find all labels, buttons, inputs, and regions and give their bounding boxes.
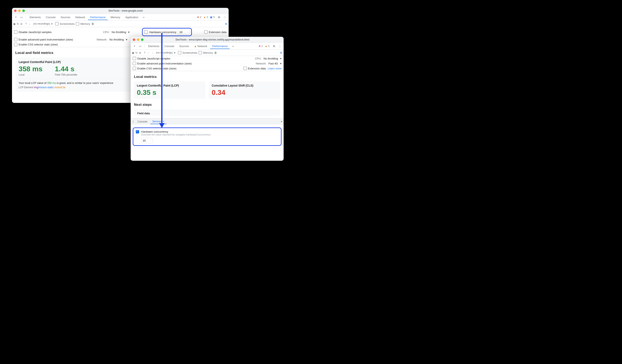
paint-label: Enable advanced paint instrumentation (s… [137, 62, 192, 65]
error-badge[interactable]: ⊗1 [259, 45, 263, 48]
maximize-icon[interactable] [141, 38, 143, 41]
learn-more-link[interactable]: Learn more [268, 67, 282, 70]
gear-icon[interactable]: ⚙ [272, 44, 277, 49]
inspect-icon[interactable]: ⌖ [13, 15, 18, 20]
ext-checkbox[interactable] [244, 67, 247, 70]
disable-js-label: Disable JavaScript samples [19, 31, 52, 34]
screenshots-checkbox[interactable] [55, 22, 58, 25]
tab-elements[interactable]: Elements [146, 43, 161, 49]
screenshots-label: Screenshots [183, 51, 197, 54]
tab-performance[interactable]: Performance [88, 15, 107, 20]
ext-label: Extension data [209, 31, 227, 34]
disable-js-checkbox[interactable] [14, 30, 17, 34]
next-steps-heading: Next steps [134, 103, 280, 107]
trash-icon[interactable]: 🗑 [214, 51, 217, 54]
chevron-down-icon[interactable]: ▾ [280, 57, 282, 60]
maximize-icon[interactable] [22, 10, 25, 12]
tab-console[interactable]: Console [162, 43, 176, 49]
settings-gear-icon[interactable]: ⚙ [280, 51, 282, 54]
clear-icon[interactable]: ⊘ [139, 51, 141, 54]
local-metrics-heading: Local metrics [134, 75, 280, 79]
record-icon[interactable]: ◉ [13, 22, 16, 25]
close-icon[interactable] [133, 38, 135, 41]
memory-label: Memory [203, 51, 213, 54]
gear-icon[interactable]: ⚙ [217, 15, 222, 20]
more-tabs-icon[interactable]: » [231, 44, 235, 49]
tab-application[interactable]: Application [123, 15, 140, 20]
network-select[interactable]: No throttling [109, 38, 124, 41]
tab-elements[interactable]: Elements [27, 15, 43, 20]
settings-gear-icon[interactable]: ⚙ [225, 22, 227, 25]
upload-icon[interactable]: ⇡ [144, 51, 146, 54]
record-icon[interactable]: ◉ [132, 51, 134, 54]
more-tabs-icon[interactable]: » [141, 15, 146, 20]
lcp-value: 0.35 s [137, 89, 203, 96]
network-select[interactable]: Fast 4G [269, 62, 278, 65]
memory-checkbox[interactable] [199, 51, 202, 54]
device-icon[interactable]: ▭ [19, 15, 24, 20]
cls-value: 0.34 [212, 89, 277, 96]
chevron-down-icon[interactable]: ▾ [128, 31, 130, 34]
drawer-tab-console[interactable]: Console [136, 119, 150, 124]
kebab-icon[interactable]: ⋮ [222, 15, 227, 20]
tab-memory[interactable]: Memory [109, 15, 122, 20]
tab-console[interactable]: Console [44, 15, 58, 20]
cpu-label: CPU: [103, 31, 110, 34]
device-icon[interactable]: ▭ [138, 44, 143, 49]
lcp-element-label: LCP Element [19, 86, 33, 89]
cpu-select[interactable]: No throttling [264, 57, 278, 60]
disable-js-checkbox[interactable] [133, 57, 136, 60]
info-badge[interactable]: ▣3 [210, 16, 214, 18]
tab-network[interactable]: ▲ Network [192, 43, 209, 49]
warning-badge[interactable]: ▲1 [265, 45, 270, 48]
minimize-icon[interactable] [137, 38, 139, 41]
close-tab-icon[interactable]: × [163, 120, 165, 123]
sensors-hw-checkbox[interactable] [136, 130, 139, 133]
sensors-hw-label: Hardware concurrency [141, 130, 278, 133]
recordings-label[interactable]: (no recordings) [156, 51, 173, 54]
hw-checkbox[interactable] [144, 30, 148, 34]
paint-label: Enable advanced paint instrumentation (s… [19, 38, 73, 41]
tab-sources[interactable]: Sources [58, 15, 73, 20]
error-badge[interactable]: ⊗2 [197, 16, 201, 18]
trash-icon[interactable]: 🗑 [91, 22, 94, 25]
memory-checkbox[interactable] [76, 22, 79, 25]
paint-checkbox[interactable] [14, 38, 17, 41]
tab-performance[interactable]: Performance [210, 43, 230, 49]
clear-icon[interactable]: ⊘ [20, 22, 22, 25]
chevron-down-icon[interactable]: ▾ [280, 62, 282, 65]
kebab-icon[interactable]: ⋮ [132, 120, 135, 123]
close-drawer-icon[interactable]: × [281, 120, 282, 123]
sensors-hw-input[interactable] [141, 138, 153, 143]
download-icon[interactable]: ⇣ [147, 51, 150, 54]
css-checkbox[interactable] [133, 67, 136, 70]
drawer: ⋮ Console Sensors × × Hardware concurren… [131, 118, 284, 149]
paint-checkbox[interactable] [133, 62, 136, 65]
reload-icon[interactable]: ↻ [17, 22, 19, 25]
chevron-down-icon[interactable]: ▾ [51, 22, 53, 25]
download-icon[interactable]: ⇣ [29, 22, 31, 25]
lcp-element-selector[interactable]: img#moon-static.moonCta [34, 86, 65, 89]
inspect-icon[interactable]: ⌖ [132, 44, 137, 49]
close-icon[interactable] [14, 10, 17, 12]
hw-input[interactable] [178, 29, 190, 35]
tab-network[interactable]: Network [73, 15, 87, 20]
css-label: Enable CSS selector stats (slow) [19, 43, 58, 46]
css-checkbox[interactable] [14, 43, 17, 46]
kebab-icon[interactable]: ⋮ [277, 44, 282, 49]
ext-checkbox[interactable] [204, 30, 208, 34]
chevron-down-icon[interactable]: ▾ [126, 38, 127, 41]
tab-sources[interactable]: Sources [177, 43, 191, 49]
recordings-label[interactable]: (no recordings) [33, 22, 50, 25]
chevron-down-icon[interactable]: ▾ [174, 51, 175, 54]
lcp-local-value: 358 ms [19, 65, 42, 73]
network-label: Network: [97, 38, 107, 41]
drawer-tab-sensors[interactable]: Sensors × [150, 119, 167, 124]
reload-icon[interactable]: ↻ [136, 51, 138, 54]
cpu-select[interactable]: No throttling [112, 31, 126, 34]
warning-badge[interactable]: ▲2 [203, 16, 208, 18]
home-icon[interactable]: ⌂ [152, 51, 154, 54]
screenshots-checkbox[interactable] [178, 51, 181, 54]
minimize-icon[interactable] [18, 10, 21, 12]
upload-icon[interactable]: ⇡ [25, 22, 27, 25]
